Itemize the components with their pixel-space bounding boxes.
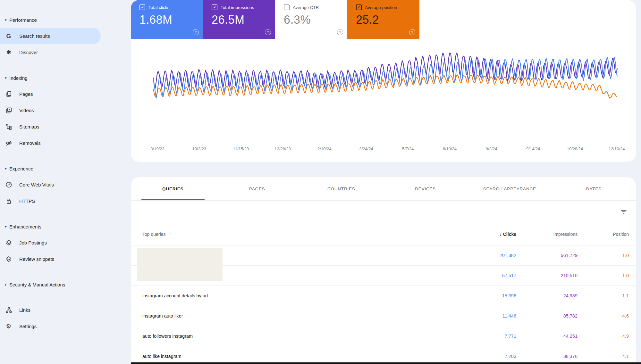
removals-icon	[5, 140, 13, 146]
checkbox-checked-icon[interactable]: ✓	[356, 4, 362, 10]
sidebar-section-experience[interactable]: ▾Experience	[0, 161, 131, 177]
impressions-cell: 38,370	[516, 354, 578, 359]
clicks-cell: 201,382	[459, 253, 516, 258]
metric-card-average-ctr[interactable]: Average CTR6.3%?	[275, 0, 347, 39]
sidebar-section-indexing[interactable]: ▾Indexing	[0, 70, 131, 86]
column-header-impressions[interactable]: Impressions	[516, 232, 578, 237]
impressions-cell: 661,729	[516, 253, 578, 258]
sitemaps-icon	[5, 123, 13, 130]
sidebar-section-enhancements[interactable]: ▾Enhancements	[0, 219, 131, 235]
performance-line-chart	[131, 39, 636, 145]
metric-card-label: Total impressions	[221, 5, 254, 10]
sidebar-item-links[interactable]: Links	[0, 302, 101, 318]
sidebar-section-performance[interactable]: ▾Performance	[0, 12, 131, 28]
sidebar-item-review-snippets[interactable]: Review snippets	[0, 251, 101, 267]
sidebar-divider	[0, 65, 95, 65]
position-cell: 1.0	[578, 273, 629, 278]
metric-card-value: 25.2	[356, 13, 419, 27]
sidebar-item-removals[interactable]: Removals	[0, 135, 101, 151]
metric-card-value: 6.3%	[284, 13, 347, 27]
x-axis-tick-label: 10/2/23	[192, 146, 206, 151]
help-icon[interactable]: ?	[265, 29, 271, 35]
sidebar-item-core-web-vitals[interactable]: Core Web Vitals	[0, 177, 101, 193]
chevron-down-icon: ▾	[2, 76, 9, 80]
sidebar-item-label: Links	[19, 307, 30, 313]
metric-card-header: Average CTR	[284, 4, 347, 10]
sidebar: ▾PerformanceGSearch results✱Discover▾Ind…	[0, 0, 131, 364]
sidebar-item-label: Sitemaps	[19, 124, 39, 129]
checkbox-checked-icon[interactable]: ✓	[212, 4, 217, 10]
sidebar-item-search-results[interactable]: GSearch results	[0, 28, 101, 44]
column-header-top-queries[interactable]: Top queries↑	[142, 231, 459, 237]
google-g-icon: G	[5, 33, 13, 40]
column-label: Clicks	[503, 232, 516, 237]
impressions-cell: 210,510	[516, 273, 578, 278]
help-icon[interactable]: ?	[193, 29, 199, 35]
column-header-position[interactable]: Position	[578, 232, 629, 237]
tab-pages[interactable]: PAGES	[215, 177, 299, 200]
sidebar-item-videos[interactable]: Videos	[0, 102, 101, 119]
sidebar-item-label: Review snippets	[19, 256, 54, 262]
sidebar-item-pages[interactable]: Pages	[0, 86, 101, 102]
help-icon[interactable]: ?	[409, 29, 415, 35]
checkbox-unchecked-icon[interactable]	[284, 4, 290, 10]
tab-devices[interactable]: DEVICES	[384, 177, 468, 200]
table-row[interactable]: instagram account details by url15,39624…	[131, 286, 636, 306]
table-toolbar	[131, 201, 636, 223]
sidebar-item-label: Job Postings	[19, 240, 47, 245]
query-cell: auto followers instagram	[142, 334, 459, 339]
x-axis-tick-label: 12/28/23	[274, 146, 291, 151]
performance-chart-panel: ✓Total clicks1.68M?✓Total impressions26.…	[131, 0, 636, 162]
clicks-cell: 11,446	[459, 313, 516, 318]
sidebar-section-label: Performance	[9, 17, 37, 23]
videos-icon	[5, 107, 13, 114]
sidebar-item-discover[interactable]: ✱Discover	[0, 44, 101, 61]
tab-dates[interactable]: DATES	[552, 177, 636, 200]
chevron-down-icon: ▾	[2, 18, 9, 22]
tab-queries[interactable]: QUERIES	[131, 177, 215, 200]
sidebar-divider	[0, 297, 95, 297]
layers-icon	[5, 256, 13, 262]
sidebar-item-https[interactable]: HTTPS	[0, 193, 101, 209]
metric-card-average-position[interactable]: ✓Average position25.2?	[347, 0, 419, 39]
tab-countries[interactable]: COUNTRIES	[299, 177, 384, 200]
column-header-clicks[interactable]: ↓ Clicks	[459, 232, 516, 237]
tab-search-appearance[interactable]: SEARCH APPEARANCE	[468, 177, 552, 200]
position-cell: 4.6	[578, 313, 629, 318]
sidebar-divider	[0, 156, 95, 156]
metric-card-total-impressions[interactable]: ✓Total impressions26.5M?	[203, 0, 275, 39]
x-axis-tick-label: 6/19/24	[443, 146, 457, 151]
sidebar-item-sitemaps[interactable]: Sitemaps	[0, 119, 101, 135]
sidebar-item-label: Search results	[19, 33, 50, 39]
bottom-scrollbar[interactable]	[131, 362, 641, 364]
metric-card-label: Total clicks	[148, 5, 169, 10]
sidebar-section-label: Indexing	[9, 75, 28, 81]
settings-icon: ⚙	[5, 323, 13, 330]
impressions-cell: 44,251	[516, 334, 578, 339]
metric-card-total-clicks[interactable]: ✓Total clicks1.68M?	[131, 0, 203, 39]
sidebar-section-label: Experience	[9, 166, 33, 171]
sidebar-item-settings[interactable]: ⚙Settings	[0, 318, 101, 335]
sidebar-section-security-manual-actions[interactable]: ▸Security & Manual Actions	[0, 277, 131, 293]
query-cell: auto like instagram	[142, 354, 459, 359]
sidebar-item-job-postings[interactable]: Job Postings	[0, 235, 101, 251]
filter-list-icon[interactable]	[619, 207, 628, 216]
table-row[interactable]: auto like instagram7,20338,3704.1	[131, 346, 636, 364]
checkbox-checked-icon[interactable]: ✓	[139, 4, 145, 10]
table-row[interactable]: instagram auto liker11,44685,7824.6	[131, 306, 636, 326]
sidebar-divider	[0, 214, 95, 214]
impressions-cell: 24,989	[516, 293, 578, 298]
redacted-queries-overlay	[137, 248, 223, 281]
x-axis-tick-label: 9/14/24	[526, 146, 540, 151]
sidebar-item-label: Settings	[19, 324, 37, 329]
sort-descending-icon: ↓	[500, 232, 503, 237]
position-cell: 4.9	[578, 334, 629, 339]
metric-card-header: ✓Average position	[356, 4, 419, 10]
table-row[interactable]: auto followers instagram7,77144,2514.9	[131, 326, 636, 346]
table-header-row: Top queries↑↓ ClicksImpressionsPosition	[131, 223, 636, 245]
position-cell: 1.0	[578, 253, 629, 258]
clicks-cell: 7,771	[459, 334, 516, 339]
core-web-vitals-icon	[5, 181, 13, 188]
x-axis-tick-label: 10/28/24	[567, 146, 583, 151]
help-icon[interactable]: ?	[337, 29, 343, 35]
